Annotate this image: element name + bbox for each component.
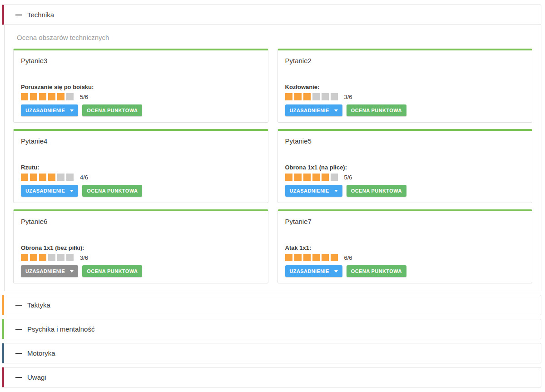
rating-square-empty bbox=[331, 93, 338, 100]
justification-button[interactable]: UZASADNIENIE bbox=[21, 104, 78, 116]
rating-square-filled bbox=[30, 254, 37, 261]
rating-square-filled bbox=[285, 174, 292, 181]
accordion-label: Motoryka bbox=[27, 349, 55, 357]
technika-panel: Ocena obszarów technicznych Pytanie3 Por… bbox=[4, 25, 541, 291]
card-buttons-row: UZASADNIENIE OCENA PUNKTOWA bbox=[285, 185, 525, 197]
chevron-down-icon bbox=[70, 190, 74, 192]
chevron-down-icon bbox=[334, 109, 338, 112]
score-button[interactable]: OCENA PUNKTOWA bbox=[82, 265, 142, 277]
accordion-stack: Taktyka Psychika i mentalność Motoryka U… bbox=[0, 295, 545, 387]
rating-square-empty bbox=[66, 174, 74, 181]
score-button[interactable]: OCENA PUNKTOWA bbox=[347, 185, 406, 197]
score-button-label: OCENA PUNKTOWA bbox=[351, 108, 402, 113]
card-buttons-row: UZASADNIENIE OCENA PUNKTOWA bbox=[285, 265, 525, 277]
collapse-icon bbox=[15, 15, 22, 15]
rating-square-filled bbox=[303, 93, 311, 100]
rating-square-filled bbox=[39, 174, 46, 181]
question-title: Pytanie7 bbox=[285, 218, 525, 225]
rating-square-empty bbox=[331, 174, 338, 181]
accordion-header-technika[interactable]: Technika bbox=[2, 5, 541, 25]
justification-button-label: UZASADNIENIE bbox=[290, 188, 329, 194]
accordion-header-motoryka[interactable]: Motoryka bbox=[2, 343, 541, 363]
rating-squares bbox=[21, 254, 75, 261]
question-card: Pytanie5 Obrona 1x1 (na piłce): 5/6 UZAS… bbox=[277, 129, 533, 203]
accordion-label: Uwagi bbox=[27, 373, 46, 381]
rating-squares bbox=[285, 174, 340, 181]
criterion-label: Obrona 1x1 (bez piłki): bbox=[21, 244, 261, 251]
question-title: Pytanie2 bbox=[285, 57, 525, 65]
rating-square-filled bbox=[48, 93, 55, 100]
score-button-label: OCENA PUNKTOWA bbox=[351, 268, 402, 274]
score-button[interactable]: OCENA PUNKTOWA bbox=[82, 104, 142, 116]
rating-square-empty bbox=[312, 93, 320, 100]
rating-square-filled bbox=[303, 174, 311, 181]
score-text: 5/6 bbox=[344, 174, 352, 181]
score-button[interactable]: OCENA PUNKTOWA bbox=[82, 185, 142, 197]
rating-square-filled bbox=[285, 254, 292, 261]
justification-button[interactable]: UZASADNIENIE bbox=[21, 185, 78, 197]
rating-square-filled bbox=[57, 93, 64, 100]
score-text: 3/6 bbox=[80, 254, 88, 261]
collapse-icon bbox=[15, 377, 22, 378]
card-buttons-row: UZASADNIENIE OCENA PUNKTOWA bbox=[285, 104, 525, 116]
question-title: Pytanie5 bbox=[285, 137, 525, 145]
criterion-label: Poruszanie się po boisku: bbox=[21, 84, 261, 90]
score-button[interactable]: OCENA PUNKTOWA bbox=[347, 104, 406, 116]
rating-square-filled bbox=[294, 174, 302, 181]
rating-square-empty bbox=[57, 254, 64, 261]
accordion-header-taktyka[interactable]: Taktyka bbox=[2, 295, 541, 315]
question-card: Pytanie3 Poruszanie się po boisku: 5/6 U… bbox=[13, 49, 268, 123]
rating-square-filled bbox=[21, 93, 28, 100]
rating-square-filled bbox=[39, 254, 46, 261]
rating-square-filled bbox=[30, 93, 37, 100]
rating-row: 5/6 bbox=[21, 93, 261, 100]
accordion-label: Psychika i mentalność bbox=[27, 325, 94, 333]
rating-square-filled bbox=[312, 174, 320, 181]
rating-squares bbox=[21, 93, 75, 100]
card-buttons-row: UZASADNIENIE OCENA PUNKTOWA bbox=[21, 265, 261, 277]
rating-square-empty bbox=[48, 254, 55, 261]
question-title: Pytanie3 bbox=[21, 57, 261, 65]
justification-button[interactable]: UZASADNIENIE bbox=[285, 265, 342, 277]
rating-square-empty bbox=[57, 174, 64, 181]
justification-button-label: UZASADNIENIE bbox=[25, 188, 65, 194]
rating-square-filled bbox=[21, 174, 28, 181]
justification-button-label: UZASADNIENIE bbox=[25, 268, 65, 274]
rating-square-filled bbox=[39, 93, 46, 100]
rating-squares bbox=[285, 254, 340, 261]
accordion-header-psychika[interactable]: Psychika i mentalność bbox=[2, 319, 541, 339]
rating-row: 6/6 bbox=[285, 254, 525, 261]
justification-button-label: UZASADNIENIE bbox=[290, 108, 329, 113]
accordion-label: Technika bbox=[27, 11, 54, 19]
card-buttons-row: UZASADNIENIE OCENA PUNKTOWA bbox=[21, 104, 261, 116]
rating-squares bbox=[21, 174, 75, 181]
assessment-page: Technika Ocena obszarów technicznych Pyt… bbox=[0, 0, 545, 387]
criterion-label: Kozłowanie: bbox=[285, 84, 525, 90]
justification-button[interactable]: UZASADNIENIE bbox=[285, 104, 342, 116]
rating-row: 3/6 bbox=[21, 254, 261, 261]
rating-row: 5/6 bbox=[285, 174, 525, 181]
criterion-label: Obrona 1x1 (na piłce): bbox=[285, 164, 525, 171]
rating-square-filled bbox=[30, 174, 37, 181]
chevron-down-icon bbox=[70, 270, 74, 273]
card-buttons-row: UZASADNIENIE OCENA PUNKTOWA bbox=[21, 185, 261, 197]
collapse-icon bbox=[15, 305, 22, 306]
justification-button[interactable]: UZASADNIENIE bbox=[21, 265, 78, 277]
accordion-header-uwagi[interactable]: Uwagi bbox=[2, 367, 541, 387]
rating-row: 3/6 bbox=[285, 93, 525, 100]
chevron-down-icon bbox=[334, 190, 338, 192]
question-card: Pytanie7 Atak 1x1: 6/6 UZASADNIENIE OCEN… bbox=[277, 209, 533, 283]
question-title: Pytanie4 bbox=[21, 137, 261, 145]
rating-row: 4/6 bbox=[21, 174, 261, 181]
justification-button[interactable]: UZASADNIENIE bbox=[285, 185, 342, 197]
rating-square-filled bbox=[48, 174, 55, 181]
rating-square-filled bbox=[322, 254, 329, 261]
cards-grid: Pytanie3 Poruszanie się po boisku: 5/6 U… bbox=[13, 49, 532, 283]
rating-square-filled bbox=[312, 254, 320, 261]
rating-square-filled bbox=[285, 93, 292, 100]
rating-square-empty bbox=[322, 93, 329, 100]
score-button[interactable]: OCENA PUNKTOWA bbox=[347, 265, 406, 277]
score-text: 6/6 bbox=[344, 254, 352, 261]
justification-button-label: UZASADNIENIE bbox=[290, 268, 329, 274]
rating-square-filled bbox=[303, 254, 311, 261]
